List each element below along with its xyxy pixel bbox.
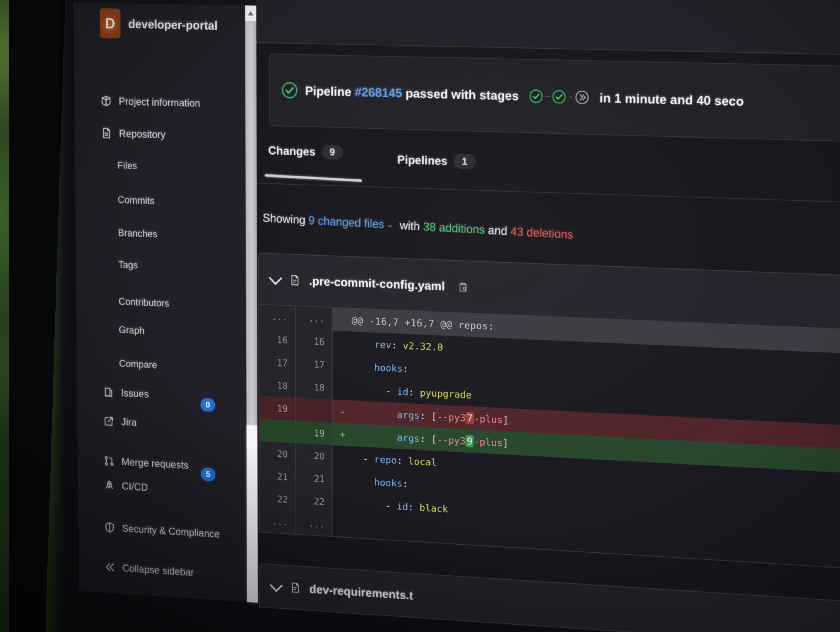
sidebar-item-cicd[interactable]: CI/CD bbox=[78, 475, 246, 502]
merge-request-icon bbox=[103, 455, 115, 467]
project-name: developer-portal bbox=[128, 17, 218, 32]
summary-prefix: Showing bbox=[262, 211, 305, 227]
file-path: .pre-commit-config.yaml bbox=[309, 274, 445, 293]
old-line-number: 18 bbox=[259, 373, 296, 398]
sidebar-project-header[interactable]: D developer-portal bbox=[100, 8, 218, 41]
diff-file-card: .pre-commit-config.yaml ......@@ -16,7 +… bbox=[258, 253, 840, 570]
old-line-number: 22 bbox=[259, 487, 296, 511]
active-tab-underline bbox=[265, 174, 362, 182]
mr-title: initial FastAPI commit bbox=[442, 0, 573, 2]
new-line-number: 19 bbox=[296, 421, 333, 445]
sidebar: D developer-portal Project information R… bbox=[74, 2, 258, 603]
monitor-screen: SPATIAL WEB Search G D developer-portal … bbox=[73, 0, 840, 632]
diff-table: ......@@ -16,7 +16,7 @@ repos:1616 rev: … bbox=[259, 304, 840, 569]
new-line-number: 21 bbox=[296, 466, 333, 491]
old-line-number: 20 bbox=[259, 441, 296, 466]
file-icon bbox=[289, 273, 300, 287]
pipeline-label: Pipeline bbox=[305, 84, 351, 99]
diff-sign bbox=[334, 342, 352, 343]
merge-requests-count-badge: 5 bbox=[201, 467, 215, 481]
new-line-number[interactable]: ... bbox=[296, 511, 333, 536]
issues-icon bbox=[103, 386, 114, 398]
old-line-number: 17 bbox=[259, 350, 296, 375]
chevron-down-icon[interactable]: ⌄ bbox=[386, 219, 394, 230]
sidebar-item-jira[interactable]: Jira bbox=[77, 411, 246, 437]
pipeline-status-text: passed with stages bbox=[406, 86, 519, 103]
shield-icon bbox=[104, 522, 115, 534]
new-line-number: 18 bbox=[296, 375, 333, 400]
new-line-number bbox=[296, 398, 333, 422]
new-line-number: 20 bbox=[296, 443, 333, 468]
diff-sign bbox=[334, 525, 352, 526]
rocket-icon bbox=[104, 479, 115, 492]
commit-info-strip: 1 merge request !369 initial FastAPI com… bbox=[256, 0, 840, 55]
main-content: 1 merge request !369 initial FastAPI com… bbox=[256, 0, 840, 632]
diff-sign bbox=[334, 457, 352, 457]
pipeline-number-link[interactable]: #268145 bbox=[355, 85, 402, 100]
old-line-number: 21 bbox=[259, 464, 296, 489]
sidebar-item-project-information[interactable]: Project information bbox=[74, 91, 245, 113]
scrollbar-thumb[interactable] bbox=[246, 425, 258, 603]
diff-file-card: dev-requirements.t bbox=[259, 563, 840, 632]
sidebar-item-branches[interactable]: Branches bbox=[76, 222, 246, 246]
sidebar-item-graph[interactable]: Graph bbox=[77, 319, 246, 344]
stage-passed-icon[interactable] bbox=[529, 88, 543, 104]
monitor-bezel bbox=[9, 0, 66, 632]
sidebar-item-commits[interactable]: Commits bbox=[75, 189, 246, 213]
old-line-number: 16 bbox=[259, 328, 296, 352]
hunk-header: @@ -16,7 +16,7 @@ repos: bbox=[352, 314, 494, 332]
merge-request-reference-line: 1 merge request !369 initial FastAPI com… bbox=[288, 0, 573, 2]
diff-sign bbox=[334, 365, 352, 366]
changed-files-dropdown[interactable]: 9 changed files bbox=[308, 214, 384, 231]
changes-count-badge: 9 bbox=[321, 144, 343, 160]
old-line-number bbox=[259, 419, 296, 443]
sidebar-item-files[interactable]: Files bbox=[75, 155, 245, 178]
old-line-number[interactable]: ... bbox=[259, 509, 296, 534]
diff-sign: + bbox=[334, 428, 352, 440]
new-line-number[interactable]: ... bbox=[296, 306, 333, 331]
tab-changes[interactable]: Changes 9 bbox=[268, 143, 343, 160]
additions-count: 38 additions bbox=[423, 220, 485, 236]
stage-skipped-icon[interactable] bbox=[575, 90, 589, 105]
old-line-number: 19 bbox=[259, 396, 296, 421]
tab-pipelines[interactable]: Pipelines 1 bbox=[397, 152, 476, 169]
pipeline-passed-icon bbox=[281, 81, 298, 99]
pipeline-duration: in 1 minute and 40 seco bbox=[600, 90, 744, 109]
pipeline-status-card: Pipeline #268145 passed with stages in 1… bbox=[269, 54, 840, 143]
sidebar-item-tags[interactable]: Tags bbox=[76, 254, 246, 278]
file-icon bbox=[290, 580, 300, 595]
sidebar-item-contributors[interactable]: Contributors bbox=[76, 291, 246, 315]
sidebar-item-repository[interactable]: Repository bbox=[74, 124, 245, 146]
sidebar-scrollbar[interactable] bbox=[245, 5, 258, 603]
sidebar-item-merge-requests[interactable]: Merge requests 5 bbox=[77, 451, 246, 477]
diff-sign bbox=[334, 480, 352, 481]
sidebar-item-issues[interactable]: Issues 0 bbox=[77, 382, 246, 408]
sidebar-item-security-compliance[interactable]: Security & Compliance bbox=[78, 517, 247, 544]
changes-summary-line: Showing 9 changed files⌄ with 38 additio… bbox=[262, 211, 573, 241]
copy-path-icon[interactable] bbox=[458, 280, 469, 294]
collapse-file-chevron-icon[interactable] bbox=[270, 578, 283, 593]
collapse-chevrons-icon bbox=[104, 561, 115, 574]
pipeline-stage-icons bbox=[529, 88, 589, 105]
new-line-number: 22 bbox=[296, 489, 333, 514]
scrollbar-up-button[interactable] bbox=[245, 5, 256, 21]
new-line-number: 17 bbox=[296, 352, 333, 377]
document-icon bbox=[101, 127, 112, 139]
project-avatar: D bbox=[100, 8, 120, 39]
file-path: dev-requirements.t bbox=[309, 582, 413, 602]
old-line-number[interactable]: ... bbox=[259, 304, 296, 329]
diff-sign bbox=[334, 388, 352, 389]
sidebar-item-compare[interactable]: Compare bbox=[77, 353, 246, 378]
diff-sign: - bbox=[334, 405, 352, 418]
sidebar-collapse-button[interactable]: Collapse sidebar bbox=[79, 557, 247, 584]
diff-sign bbox=[334, 502, 352, 503]
stage-passed-icon[interactable] bbox=[552, 89, 566, 104]
pipelines-count-badge: 1 bbox=[453, 153, 476, 169]
mr-tabs: Changes 9 Pipelines 1 bbox=[257, 142, 840, 203]
issues-count-badge: 0 bbox=[201, 398, 215, 412]
new-line-number: 16 bbox=[296, 329, 333, 354]
cube-icon bbox=[100, 95, 112, 107]
diff-sign bbox=[334, 319, 352, 320]
deletions-count: 43 deletions bbox=[510, 224, 573, 241]
collapse-file-chevron-icon[interactable] bbox=[268, 271, 283, 285]
